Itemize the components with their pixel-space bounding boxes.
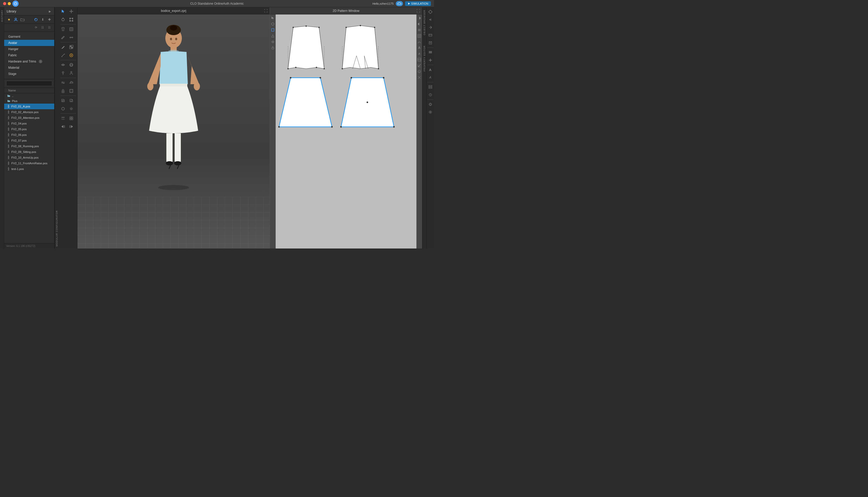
sync-icon[interactable] <box>33 17 39 23</box>
pattern-tool2[interactable] <box>270 22 275 27</box>
far-right-tool5[interactable] <box>427 39 434 46</box>
category-fabric[interactable]: Fabric <box>4 52 54 58</box>
pin-button[interactable] <box>59 69 67 77</box>
orange-tool-button[interactable] <box>67 51 75 59</box>
rotate-tool-button[interactable] <box>59 15 67 24</box>
folder-tab-icon[interactable] <box>20 17 25 23</box>
grid-button[interactable] <box>67 114 75 123</box>
category-material[interactable]: Material <box>4 65 54 71</box>
minimize-button[interactable] <box>8 2 11 5</box>
measure-button[interactable] <box>59 51 67 59</box>
pen-tool-button[interactable] <box>59 43 67 51</box>
cloud-sync-icon[interactable] <box>396 1 403 6</box>
pattern-r9[interactable] <box>417 63 422 68</box>
lock-button[interactable] <box>59 87 67 95</box>
pattern-front-bodice[interactable] <box>283 25 329 71</box>
file-item-fv2-02[interactable]: FV2_02_Aforsize.pos <box>4 109 54 115</box>
garment-select-button[interactable] <box>59 25 67 33</box>
texture-button[interactable] <box>67 61 75 69</box>
category-avatar[interactable]: Avatar <box>4 40 54 46</box>
far-right-tool7[interactable] <box>427 57 434 64</box>
pattern-canvas[interactable]: A A <box>270 14 422 248</box>
far-right-tool6[interactable] <box>427 49 434 56</box>
arrange-button[interactable] <box>59 104 67 113</box>
pattern-text-A1[interactable]: A <box>417 45 422 51</box>
avatar-tool-button[interactable] <box>67 69 75 77</box>
grid-view-icon[interactable]: ☷ <box>46 25 52 30</box>
fabric-texture-button[interactable] <box>67 87 75 95</box>
far-right-tool1[interactable] <box>427 8 434 15</box>
file-item-fv2-05[interactable]: FV2_05.pos <box>4 126 54 132</box>
pattern-select-tool[interactable] <box>270 15 275 21</box>
modular-configurator-tab[interactable]: MODULAR CONFIGURATOR <box>55 7 59 248</box>
file-item-fv2-10[interactable]: FV2_10_ArmsUp.pos <box>4 155 54 160</box>
property-editor-tab[interactable]: PROPERTY EDITOR <box>423 45 426 72</box>
file-item-fv2-07[interactable]: FV2_07.pos <box>4 138 54 143</box>
pattern-text-A2[interactable]: A <box>417 51 422 56</box>
far-right-tool4[interactable] <box>427 31 434 39</box>
file-item-fv2-09[interactable]: FV2_09_Sitting.pos <box>4 149 54 155</box>
far-right-text2[interactable]: A <box>427 74 434 81</box>
pattern-expand-icon[interactable]: ⛶ <box>416 9 420 13</box>
viewport-expand-icon[interactable]: ⛶ <box>264 9 268 13</box>
file-item-fv2-08[interactable]: FV2_08_Running.pos <box>4 143 54 149</box>
sewing-button[interactable] <box>59 61 67 69</box>
object-browser-tab[interactable]: OBJECT BROWSER <box>423 10 426 35</box>
pattern-r8[interactable] <box>417 57 422 62</box>
pattern-r4[interactable] <box>417 33 422 39</box>
pattern-r10[interactable] <box>417 69 422 74</box>
add-icon[interactable]: ✚ <box>46 17 52 23</box>
far-right-tool10[interactable] <box>427 101 434 108</box>
pattern-zoom-select[interactable] <box>417 22 422 27</box>
expand-left-button[interactable] <box>59 123 67 131</box>
edit-garment-button[interactable] <box>59 33 67 42</box>
pattern-r5[interactable] <box>417 39 422 44</box>
far-right-text1[interactable]: A <box>427 66 434 73</box>
expand-right-button[interactable] <box>67 123 75 131</box>
file-list[interactable]: .. Plus FV2_01_A.pos FV2_02_Aforsize.pos… <box>4 93 54 243</box>
far-right-tool11[interactable] <box>427 109 434 116</box>
file-item-fv2-11[interactable]: FV2_11_FrontArmRaise.pos <box>4 160 54 166</box>
pattern-tool3[interactable] <box>270 27 275 32</box>
category-hardware[interactable]: Hardware and Trims i <box>4 58 54 65</box>
download-icon[interactable]: ⬇ <box>40 17 45 23</box>
category-garment[interactable]: Garment <box>4 33 54 40</box>
annotate-button[interactable] <box>59 96 67 104</box>
favorites-tab-icon[interactable]: ★ <box>6 17 12 23</box>
file-item-parent[interactable]: .. <box>4 93 54 98</box>
settings-button[interactable] <box>67 104 75 113</box>
pattern-tool-button[interactable] <box>67 25 75 33</box>
file-item-fv2-03[interactable]: FV2_03_Attention.pos <box>4 115 54 120</box>
refresh-icon[interactable]: ⟳ <box>33 25 39 30</box>
far-right-tool3[interactable] <box>427 24 434 31</box>
select-tool-button[interactable] <box>59 7 67 15</box>
pattern-tool5[interactable] <box>270 39 275 44</box>
pattern-skirt-front[interactable] <box>278 76 333 128</box>
stitch-button[interactable] <box>59 79 67 87</box>
seam-tool-button[interactable] <box>67 33 75 42</box>
simulation-button[interactable]: SIMULATION <box>405 1 431 6</box>
file-item-fv2-04[interactable]: FV2_04.pos <box>4 120 54 126</box>
export-button[interactable] <box>67 96 75 104</box>
iron-button[interactable] <box>67 79 75 87</box>
file-item-fv2-01[interactable]: FV2_01_A.pos <box>4 103 54 109</box>
file-item-test1[interactable]: test-1.pos <box>4 166 54 172</box>
list-view-icon[interactable]: ☷ <box>40 25 45 30</box>
pattern-skirt-back[interactable] <box>340 76 395 128</box>
transform-tool-button[interactable] <box>67 7 75 15</box>
category-stage[interactable]: Stage <box>4 71 54 77</box>
history-tab[interactable]: HISTORY <box>1 10 3 22</box>
pattern-r3[interactable] <box>417 27 422 32</box>
pattern-zoom-fit[interactable] <box>417 15 422 21</box>
category-hanger[interactable]: Hanger <box>4 46 54 52</box>
file-item-plus[interactable]: Plus <box>4 98 54 103</box>
file-item-fv2-06[interactable]: FV2_06.pos <box>4 132 54 138</box>
pattern-back-bodice[interactable] <box>337 25 384 71</box>
3d-viewport[interactable]: bodice_export.zprj ⛶ <box>77 7 270 248</box>
far-right-tool2[interactable] <box>427 16 434 23</box>
stitch2-button[interactable] <box>59 114 67 123</box>
close-button[interactable] <box>3 2 6 5</box>
pattern-tool4[interactable] <box>270 33 275 39</box>
search-input[interactable] <box>6 81 52 86</box>
pattern-r11[interactable] <box>417 75 422 80</box>
